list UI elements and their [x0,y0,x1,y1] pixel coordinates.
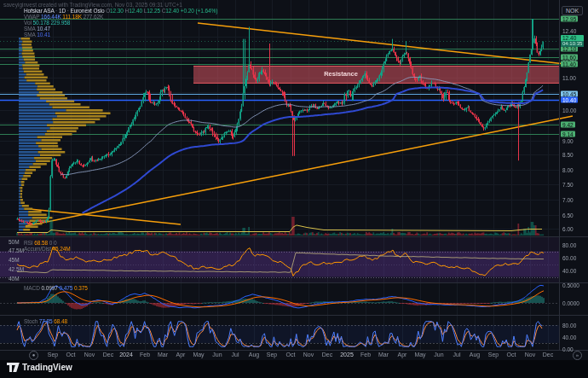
last-price-label: 12.4004:10:35 [561,35,584,47]
stoch-d-value: 68.48 [54,318,67,324]
time-axis-label: Aug [249,352,259,358]
time-axis-label: Mar [158,352,168,358]
time-axis-label: Nov [525,352,535,358]
price-axis-label: 0.0000 [562,300,579,306]
time-axis-label: Dec [103,352,113,358]
level-price-label: 11.60 [561,55,578,61]
time-axis-label: Oct [507,352,516,358]
tradingview-logo-icon [7,363,19,372]
price-axis-label: 6.50 [562,212,574,218]
stoch-legend[interactable]: Stoch 77.85 68.48 [24,318,67,324]
rsi-left-axis-label: 45M [9,257,20,263]
currency-button[interactable]: NOK [562,6,583,15]
price-axis-label: 10.00 [562,108,576,113]
time-axis-label: May [193,352,204,358]
price-axis-label: 60.00 [562,255,576,261]
sma2-legend[interactable]: SMA 10.41 [24,32,50,38]
time-axis-label: Nov [84,352,95,358]
time-axis-label: Jul [232,352,239,358]
rsi-value: 68.58 [34,240,48,246]
level-price-label: 11.40 [561,61,578,67]
rsi-param-2: 0 [54,240,57,246]
stoch-k-value: 77.85 [39,318,53,324]
time-axis-label: Jun [434,352,443,358]
tradingview-chart-app: saveyiginvest created with TradingView.c… [0,0,588,378]
exchange: Euronext Oslo [71,8,105,14]
legend-sep: · [55,8,57,14]
macd-hist-value: 0.0997 [41,285,57,291]
level-price-label: 9.14 [561,131,575,137]
level-price-label: 9.42 [561,122,575,128]
high-value: 12.40 [129,8,142,14]
time-axis-label: Aug [470,352,480,358]
tradingview-logo[interactable]: TradingView [7,363,72,372]
sma2-label: SMA [24,32,35,38]
sma2-value: 10.41 [37,32,50,38]
timeframe: 1D [59,8,66,14]
rsi-label: RSI [24,240,33,246]
vwap-label: VWAP [24,14,39,20]
rsi-left-axis-label: 47.5M [9,247,24,253]
time-axis-label: Apr [398,352,407,358]
open-value: 12.30 [110,8,124,14]
chart-canvas[interactable] [0,0,588,378]
legend-sep2: · [67,8,69,14]
rsi-left-axis-label: 50M [9,239,20,245]
price-axis-label: 11.00 [562,75,576,81]
time-axis-label: Oct [66,352,76,358]
rsi-legend[interactable]: RSI 68.58 0 0 [24,240,57,246]
price-axis-label: 80.00 [562,323,576,329]
level-price-label: 12.95 [561,16,578,22]
close-value: 12.40 [165,8,179,14]
level-price-label: 10.40 [561,97,578,103]
stoch-label: Stoch [24,318,37,324]
price-axis-label: 0.00 [562,346,574,352]
time-axis-label: Jun [212,352,222,358]
macd-signal-value: 0.375 [74,285,88,291]
time-axis-label: Sep [267,352,277,358]
sma1-legend[interactable]: SMA 10.47 [24,26,50,32]
price-axis-label: 40.00 [562,268,576,274]
time-axis-label: 2024 [119,352,133,358]
level-price-label: 10.45 [561,91,578,97]
accum-dist-value: 45.24M [53,246,71,252]
macd-legend[interactable]: MACD 0.0997 0.475 0.375 [24,285,88,291]
time-axis-label: Jul [453,352,461,358]
resistance-annotation[interactable]: Resistance [324,70,358,78]
vwap-value-3: 277.62K [84,14,104,20]
price-axis-label: 7.00 [562,197,574,203]
time-axis-label: Sep [488,352,499,358]
time-axis-label: Oct [286,352,296,358]
time-axis-label: Feb [360,352,371,358]
time-axis-label: Feb [140,352,150,358]
rsi-param-1: 0 [49,240,53,246]
symbol-legend[interactable]: Hofskar ASA · 1D · Euronext Oslo O12.30 … [24,8,217,14]
macd-line-value: 0.475 [59,285,72,291]
time-axis-label: May [414,352,425,358]
time-axis-label: Nov [303,352,314,358]
price-axis-label: 12.40 [562,28,576,34]
time-axis-label: 2025 [340,352,354,358]
price-axis-label: 8.00 [562,167,574,173]
vol-value-1: 50.178 [32,20,49,26]
watermark: saveyiginvest created with TradingView.c… [3,2,182,8]
symbol-name: Hofskar ASA [24,8,54,14]
time-axis-label: Sep [48,352,58,358]
macd-label: MACD [24,285,40,291]
clock-icon[interactable]: ● [29,351,38,360]
time-axis-label: Dec [543,352,553,358]
vwap-value-1: 166.44K [41,14,61,20]
scroll-right-icon[interactable]: » [573,351,582,360]
price-axis-label: 8.50 [562,152,574,158]
vol-legend[interactable]: Vol 50.178 229.958 [24,20,70,26]
vol-value-2: 229.958 [50,20,70,26]
sma1-label: SMA [24,26,35,32]
price-axis-label: 7.50 [562,182,574,188]
change-value: +0.20 (+1.64%) [181,8,217,14]
rsi-left-axis-label: 40M [9,276,20,282]
accum-dist-legend[interactable]: Accum/Dist 45.24M [24,246,71,252]
bottom-bar [0,360,588,378]
sma1-value: 10.47 [37,26,50,32]
time-axis-label: Mar [378,352,389,358]
vwap-legend[interactable]: VWAP 166.44K 111.18K 277.62K [24,14,103,20]
